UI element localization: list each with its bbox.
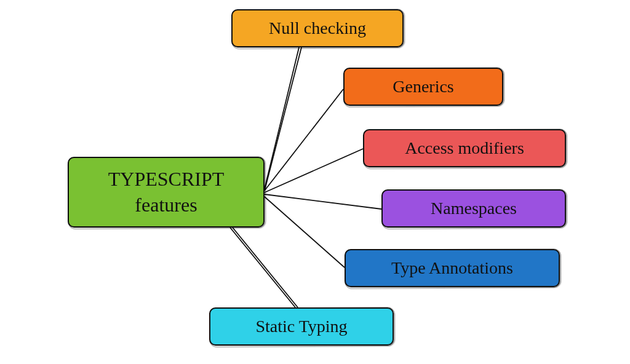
feature-namespaces: Namespaces — [381, 189, 566, 228]
feature-null-checking: Null checking — [231, 9, 404, 47]
feature-label: Static Typing — [255, 317, 347, 336]
center-label: TYPESCRIPTfeatures — [108, 167, 224, 218]
mindmap-canvas: TYPESCRIPTfeatures Null checking Generic… — [0, 0, 630, 364]
feature-label: Null checking — [269, 18, 366, 38]
feature-type-annotations: Type Annotations — [345, 249, 560, 287]
feature-label: Namespaces — [431, 199, 517, 218]
feature-label: Access modifiers — [405, 138, 524, 158]
feature-generics: Generics — [343, 68, 503, 106]
feature-label: Type Annotations — [391, 258, 513, 278]
center-node: TYPESCRIPTfeatures — [68, 157, 265, 228]
feature-label: Generics — [393, 77, 454, 97]
feature-static-typing: Static Typing — [209, 307, 394, 346]
feature-access-modifiers: Access modifiers — [363, 129, 566, 167]
